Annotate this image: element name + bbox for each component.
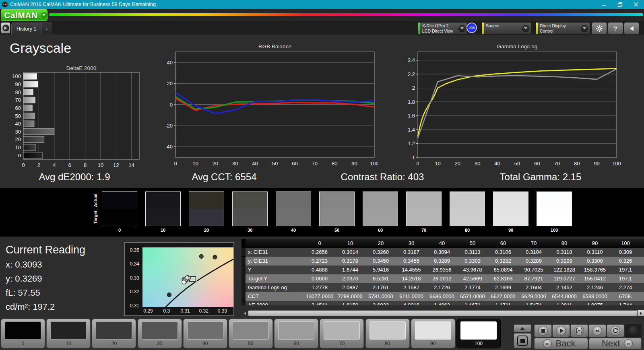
tick-label: 20 (15, 136, 21, 142)
continuous-read-button[interactable]: ∞ (588, 324, 606, 337)
patch-swatch (96, 321, 132, 340)
patch-button-90[interactable]: 90 (411, 319, 455, 348)
table-row[interactable]: y: CIE310.27230.31780.34500.34550.32890.… (242, 257, 644, 266)
scrollbar-thumb[interactable] (248, 311, 637, 316)
grayscale-swatch-90 (493, 191, 528, 226)
tick-label: 60 (534, 161, 540, 167)
patch-button-80[interactable]: 80 (365, 319, 410, 348)
table-row[interactable]: x: CIE310.26560.30140.32600.31870.30940.… (242, 248, 644, 257)
chevron-double-left-icon: « (543, 339, 552, 348)
tick-label: 40 (494, 161, 500, 167)
patch-button-60[interactable]: 60 (274, 319, 318, 348)
table-horizontal-scrollbar[interactable] (242, 310, 644, 316)
chevron-down-icon[interactable] (581, 25, 588, 32)
collapse-panel-button[interactable] (624, 22, 639, 35)
patch-button-20[interactable]: 20 (92, 319, 136, 348)
current-reading-line: fL: 57.55 (6, 288, 40, 298)
deltae-bar-50 (23, 113, 35, 119)
deltae-chart: 024681012141009080706050403020100 (7, 71, 142, 172)
patch-button-40[interactable]: 40 (183, 319, 227, 348)
tick-label: 80 (15, 89, 21, 95)
row-selector[interactable] (242, 283, 246, 292)
row-selector[interactable] (242, 248, 246, 257)
patch-level-label: 0 (1, 341, 45, 346)
window-title: CalMAN 2016 CalMAN Ultimate for Business… (10, 2, 156, 7)
play-button[interactable] (552, 324, 570, 337)
row-selector[interactable] (242, 292, 246, 301)
chevron-down-icon[interactable] (522, 25, 529, 32)
restore-icon (617, 2, 623, 7)
refresh-button[interactable] (607, 324, 624, 337)
patch-button-10[interactable]: 10 (46, 319, 91, 348)
deltae-bar-80 (23, 89, 33, 95)
tick-label: 70 (15, 97, 21, 103)
stat-avg-cct: Avg CCT: 6554 (192, 171, 257, 183)
gamma-chart: 2.42.221.81.61.41.2101020304050607080901… (399, 49, 620, 172)
table-cell: 0.3094 (427, 248, 457, 257)
back-button[interactable]: « Back (534, 338, 588, 349)
tick-label: 8 (84, 162, 87, 168)
tab-history-1[interactable]: History 1 + (11, 23, 52, 35)
scroll-right-button[interactable] (638, 310, 644, 316)
chevron-up-icon (520, 327, 525, 330)
patch-level-label: 10 (47, 341, 90, 346)
tick-label: 70 (312, 161, 318, 167)
table-row[interactable]: ΔE 20002.45411.61502.69234.00161.40621.4… (242, 301, 644, 305)
table-row[interactable]: Target Y0.00002.03706.528114.251826.2012… (242, 274, 644, 283)
logo-menu-icon[interactable] (41, 12, 47, 18)
column-header-80: 80 (549, 239, 580, 248)
table-row[interactable]: Gamma Log/Log1.27782.08872.17612.15872.1… (242, 283, 644, 292)
table-cell: 1.9075 (580, 301, 610, 305)
patch-button-100[interactable]: 100 (456, 319, 501, 348)
gamma-chart-title: Gamma Log/Log (418, 43, 617, 49)
single-read-button[interactable] (570, 324, 588, 337)
restore-button[interactable] (612, 0, 628, 9)
row-selector[interactable] (242, 301, 246, 305)
table-cell: 2.0370 (335, 274, 365, 283)
cie-x-tick-label: 0.29 (140, 308, 156, 314)
table-cell: 14.2518 (396, 274, 427, 283)
help-button[interactable]: ? (608, 22, 623, 35)
table-cell: 0.3260 (365, 248, 396, 257)
actual-swatch (102, 192, 137, 209)
grayscale-swatch-strip: Actual Target 0102030405060708090100 (0, 188, 644, 237)
scroll-left-button[interactable] (242, 310, 248, 316)
row-selector[interactable] (242, 266, 246, 274)
patch-swatch (5, 321, 41, 340)
cie-point-20 (213, 255, 217, 259)
add-tab-button[interactable]: + (41, 23, 52, 35)
table-row[interactable]: Y0.48881.67445.941614.455526.935643.9678… (242, 266, 644, 274)
tab-nav-button[interactable] (1, 22, 10, 34)
current-reading-title: Current Reading (6, 244, 85, 256)
next-button[interactable]: Next » (589, 338, 642, 349)
table-row[interactable]: CCT13077.00007298.00005781.00006111.0000… (242, 292, 644, 301)
tick-label: 70 (554, 161, 560, 167)
meter-dropdown[interactable]: X-Rite i1Pro 2LCD Direct View (418, 22, 468, 35)
minimize-button[interactable] (596, 0, 612, 9)
column-header-30: 30 (396, 239, 427, 248)
grayscale-swatch-60 (363, 191, 398, 226)
actual-swatch (320, 192, 354, 209)
settings-button[interactable] (592, 22, 607, 35)
collapse-controls-button[interactable] (514, 324, 531, 332)
row-selector[interactable] (242, 257, 246, 266)
close-button[interactable] (628, 0, 644, 9)
patch-button-30[interactable]: 30 (138, 319, 182, 348)
chevron-down-icon[interactable] (458, 25, 466, 32)
stop-button[interactable] (534, 324, 552, 337)
calman-logo-button[interactable]: CalMAN (1, 9, 47, 21)
row-selector[interactable] (242, 274, 246, 283)
window-size-button[interactable] (514, 333, 531, 348)
table-cell: 1.2811 (549, 301, 580, 305)
patch-swatch (50, 321, 87, 340)
target-swatch (320, 209, 354, 226)
patch-button-50[interactable]: 50 (229, 319, 273, 348)
display-control-dropdown[interactable]: Direct Display Control (535, 22, 590, 35)
patch-button-70[interactable]: 70 (320, 319, 364, 348)
tick-label: 50 (514, 161, 520, 167)
source-dropdown[interactable]: Source (481, 22, 531, 35)
stop-icon (538, 326, 548, 336)
refresh-icon (611, 326, 620, 336)
play-arrow-icon (2, 25, 9, 31)
patch-button-0[interactable]: 0 (1, 319, 45, 348)
